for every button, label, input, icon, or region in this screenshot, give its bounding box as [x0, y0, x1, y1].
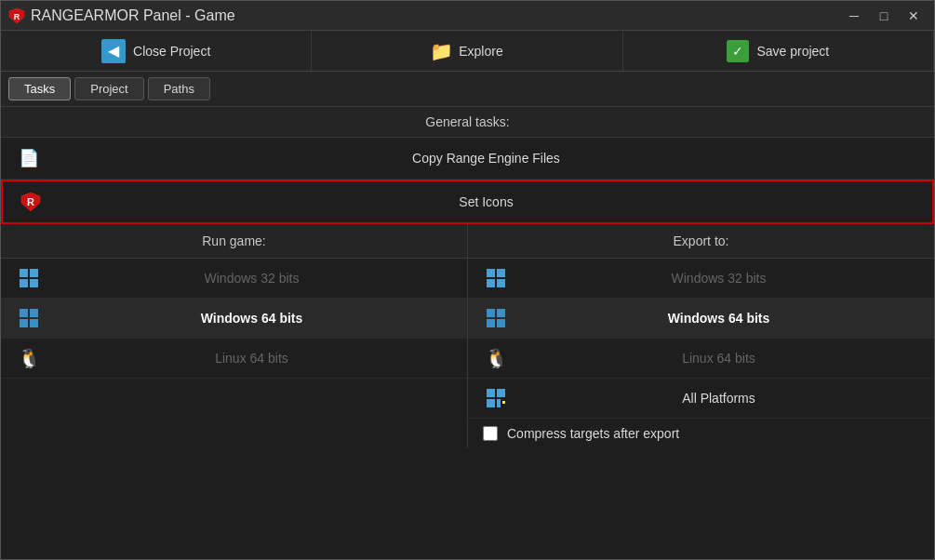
titlebar: R RANGEARMOR Panel - Game ─ □ ✕ — [1, 1, 934, 31]
svg-rect-15 — [497, 279, 505, 287]
close-project-button[interactable]: ◀ Close Project — [1, 31, 312, 71]
svg-rect-10 — [20, 319, 28, 327]
svg-rect-6 — [20, 279, 28, 287]
svg-rect-19 — [497, 319, 505, 327]
run-export-section: Run game: Windows 32 bits — [1, 224, 934, 448]
explore-label: Explore — [459, 44, 502, 59]
general-tasks-header: General tasks: — [1, 107, 934, 138]
svg-rect-9 — [30, 309, 38, 317]
tab-tasks[interactable]: Tasks — [8, 77, 71, 100]
export-win32-button[interactable]: Windows 32 bits — [468, 259, 934, 299]
run-win32-button[interactable]: Windows 32 bits — [1, 259, 467, 299]
svg-rect-18 — [487, 319, 495, 327]
run-win32-label: Windows 32 bits — [51, 271, 452, 286]
set-icons-label: Set Icons — [55, 194, 917, 209]
checkmark-icon: ✓ — [727, 40, 749, 62]
svg-rect-14 — [487, 279, 495, 287]
document-icon: 📄 — [16, 145, 42, 171]
svg-rect-12 — [487, 269, 495, 277]
windows-icon-run32 — [16, 265, 42, 291]
run-win64-button[interactable]: Windows 64 bits — [1, 299, 467, 339]
explore-button[interactable]: 📁 Explore — [312, 31, 622, 71]
tab-paths[interactable]: Paths — [148, 77, 210, 100]
back-arrow-icon: ◀ — [101, 39, 126, 63]
svg-rect-7 — [30, 279, 38, 287]
svg-text:R: R — [27, 196, 34, 207]
set-icons-task[interactable]: R Set Icons — [1, 180, 934, 224]
svg-rect-11 — [30, 319, 38, 327]
export-win32-label: Windows 32 bits — [518, 271, 919, 286]
export-linux64-label: Linux 64 bits — [518, 351, 919, 366]
toolbar: ◀ Close Project 📁 Explore ✓ Save project — [1, 31, 934, 72]
svg-rect-20 — [487, 389, 495, 397]
save-project-button[interactable]: ✓ Save project — [623, 31, 934, 71]
folder-icon: 📁 — [431, 41, 451, 61]
titlebar-left: R RANGEARMOR Panel - Game — [8, 7, 235, 24]
titlebar-title: RANGEARMOR Panel - Game — [31, 7, 235, 24]
copy-engine-label: Copy Range Engine Files — [53, 151, 919, 166]
tab-project[interactable]: Project — [74, 77, 143, 100]
copy-engine-task[interactable]: 📄 Copy Range Engine Files — [1, 138, 934, 180]
save-project-label: Save project — [756, 44, 829, 59]
linux-icon-export: 🐧 — [483, 345, 509, 371]
svg-rect-24 — [502, 401, 505, 404]
main-content: General tasks: 📄 Copy Range Engine Files… — [1, 107, 934, 560]
export-allplat-button[interactable]: All Platforms — [468, 379, 934, 419]
close-project-label: Close Project — [133, 44, 210, 59]
app-logo-icon: R — [8, 7, 25, 24]
svg-text:R: R — [14, 12, 20, 21]
windows-icon-export32 — [483, 265, 509, 291]
maximize-button[interactable]: □ — [871, 6, 897, 26]
close-button[interactable]: ✕ — [901, 6, 927, 26]
run-linux64-label: Linux 64 bits — [51, 351, 452, 366]
run-linux64-button[interactable]: 🐧 Linux 64 bits — [1, 339, 467, 379]
run-win64-label: Windows 64 bits — [51, 311, 452, 326]
run-game-header: Run game: — [1, 224, 467, 259]
windows-icon-run64 — [16, 305, 42, 331]
allplat-label: All Platforms — [518, 391, 919, 406]
windows-icon-export64 — [483, 305, 509, 331]
svg-rect-23 — [497, 399, 501, 407]
svg-rect-8 — [20, 309, 28, 317]
linux-icon-run: 🐧 — [16, 345, 42, 371]
svg-rect-21 — [497, 389, 505, 397]
compress-row[interactable]: Compress targets after export — [468, 419, 934, 448]
export-win64-label: Windows 64 bits — [518, 311, 919, 326]
compress-label: Compress targets after export — [507, 426, 679, 441]
export-header: Export to: — [468, 224, 934, 259]
svg-rect-17 — [497, 309, 505, 317]
svg-rect-22 — [487, 399, 495, 407]
shield-icon: R — [18, 189, 44, 215]
export-linux64-button[interactable]: 🐧 Linux 64 bits — [468, 339, 934, 379]
svg-rect-4 — [20, 269, 28, 277]
tabs-bar: Tasks Project Paths — [1, 72, 934, 107]
compress-checkbox[interactable] — [483, 426, 498, 441]
export-column: Export to: Windows 32 bits — [468, 224, 934, 448]
minimize-button[interactable]: ─ — [841, 6, 867, 26]
run-game-column: Run game: Windows 32 bits — [1, 224, 468, 448]
export-win64-button[interactable]: Windows 64 bits — [468, 299, 934, 339]
allplatforms-icon — [483, 385, 509, 411]
content-area: General tasks: 📄 Copy Range Engine Files… — [1, 107, 934, 560]
svg-rect-16 — [487, 309, 495, 317]
svg-rect-13 — [497, 269, 505, 277]
titlebar-controls: ─ □ ✕ — [841, 6, 927, 26]
svg-rect-5 — [30, 269, 38, 277]
